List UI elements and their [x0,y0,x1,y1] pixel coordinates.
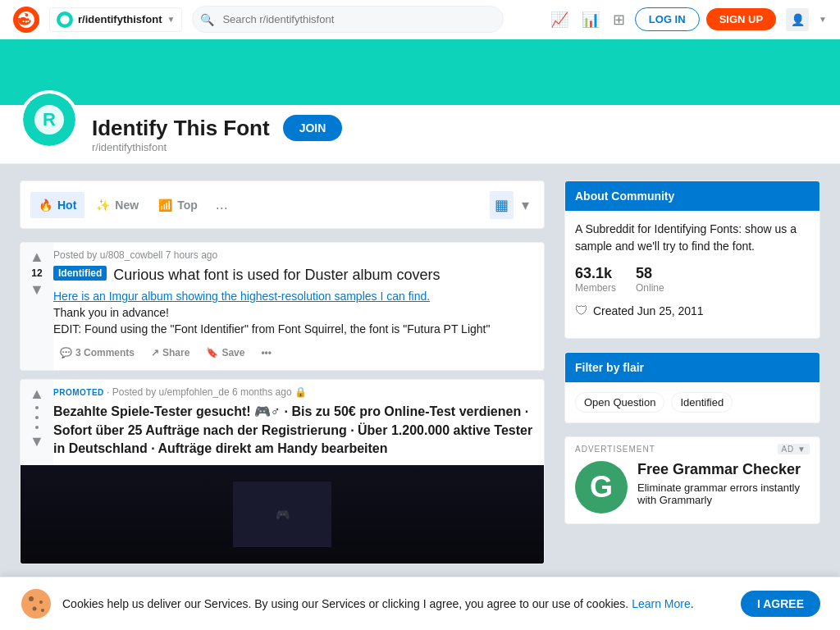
ad-logo: G [575,461,628,514]
sort-hot-button[interactable]: 🔥 Hot [30,192,84,218]
promoted-label: PROMOTED [53,388,104,397]
signup-button[interactable]: SIGN UP [706,8,776,30]
filter-flair-card: Filter by flair Open Question Identified [564,352,820,423]
ad-label: ADVERTISEMENT Ad ▼ [565,437,819,454]
cookie-icon [20,587,52,589]
promoted-meta: PROMOTED · Posted by u/empfohlen_de 6 mo… [53,386,537,398]
post-edit-text: EDIT: Found using the "Font Identifier" … [53,322,537,336]
created-date: 🛡 Created Jun 25, 2011 [575,304,810,318]
filter-flair-header: Filter by flair [565,353,819,382]
search-input[interactable] [192,6,504,33]
members-stat: 63.1k Members [575,265,616,294]
promoted-title: Bezahlte Spiele-Tester gesucht! 🎮♂ · Bis… [53,403,537,458]
ad-description: Eliminate grammar errors instantly with … [637,482,810,506]
post-title[interactable]: Curious what font is used for Duster alb… [113,266,440,285]
online-stat: 58 Online [636,265,664,294]
online-label: Online [636,282,664,294]
members-count: 63.1k [575,265,616,282]
subreddit-header: R Identify This Font JOIN r/identifythis… [0,105,840,164]
sparkle-icon: ✨ [96,199,110,212]
promo-upvote-button[interactable]: ▲ [30,386,44,401]
sort-top-button[interactable]: 📶 Top [150,192,206,218]
stats-icon[interactable]: 📊 [582,11,600,29]
subreddit-avatar: R [20,90,79,149]
save-button[interactable]: 🔖 Save [199,342,251,363]
comment-icon: 💬 [60,347,72,358]
post-body: Posted by u/808_cowbell 7 hours ago Iden… [53,243,544,370]
flair-identified[interactable]: Identified [671,392,733,413]
community-description: A Subreddit for Identifying Fonts: show … [575,221,810,255]
flair-open-question[interactable]: Open Question [575,392,664,413]
post-flair: Identified [53,266,107,281]
subreddit-banner [0,39,840,105]
members-label: Members [575,282,616,294]
post-body-text: Thank you in advance! [53,306,537,319]
community-stats: 63.1k Members 58 Online [575,265,810,294]
about-community-card: About Community A Subreddit for Identify… [564,180,820,339]
user-chevron-icon: ▼ [819,15,827,24]
ad-text: Free Grammar Checker Eliminate grammar e… [637,461,810,506]
svg-point-1 [60,15,69,24]
grid-icon[interactable]: ⊞ [613,11,625,29]
trending-icon[interactable]: 📈 [550,11,568,29]
user-menu[interactable]: 👤 [786,8,809,31]
lock-icon: 🔒 [294,386,307,398]
save-icon: 🔖 [206,347,218,358]
main-layout: 🔥 Hot ✨ New 📶 Top ... ▦ ▾ ▲ 12 ▼ [0,164,840,589]
card-view-button[interactable]: ▦ [490,191,514,219]
sort-new-button[interactable]: ✨ New [88,192,147,218]
promoted-image: 🎮 [21,465,544,564]
cookie-banner: Cookies help us deliver our Services. By… [0,577,840,589]
about-community-body: A Subreddit for Identifying Fonts: show … [565,211,819,338]
join-button[interactable]: JOIN [283,115,343,141]
svg-text:🎮: 🎮 [276,508,290,522]
ad-title: Free Grammar Checker [637,461,810,478]
subreddit-url: r/identifythisfont [92,141,342,153]
compact-view-button[interactable]: ▾ [517,191,534,219]
user-icon: 👤 [791,13,805,26]
login-button[interactable]: LOG IN [635,7,700,31]
search-icon: 🔍 [200,13,214,26]
feed: 🔥 Hot ✨ New 📶 Top ... ▦ ▾ ▲ 12 ▼ [20,180,545,573]
svg-text:R: R [43,109,56,130]
subreddit-icon [57,11,73,28]
vote-count: 12 [31,267,42,279]
post-actions: 💬 3 Comments ↗ Share 🔖 Save ••• [53,342,537,363]
ad-logo-letter: G [590,470,613,504]
subreddit-name: r/identifythisfont [78,13,162,25]
advertisement-card: ADVERTISEMENT Ad ▼ G Free Grammar Checke… [564,436,820,524]
upvote-button[interactable]: ▲ [30,249,44,264]
downvote-button[interactable]: ▼ [30,282,44,297]
promo-vote-column: ▲ ▼ [21,380,53,464]
reddit-logo[interactable] [13,7,39,33]
promo-downvote-button[interactable]: ▼ [30,434,44,449]
share-icon: ↗ [151,347,159,358]
top-nav: r/identifythisfont ▼ 🔍 📈 📊 ⊞ LOG IN SIGN… [0,0,840,39]
more-button[interactable]: ••• [254,342,278,363]
share-button[interactable]: ↗ Share [144,342,196,363]
calendar-icon: 🛡 [575,304,588,318]
comments-button[interactable]: 💬 3 Comments [53,342,141,363]
post-meta: Posted by u/808_cowbell 7 hours ago [53,249,537,261]
flair-tags: Open Question Identified [565,382,819,422]
graph-icon: 📶 [158,199,172,212]
fire-icon: 🔥 [39,199,52,212]
ad-body: G Free Grammar Checker Eliminate grammar… [565,454,819,523]
about-community-header: About Community [565,181,819,211]
post-title-row: Identified Curious what font is used for… [53,266,537,285]
vote-column: ▲ 12 ▼ [21,243,53,370]
nav-icons: 📈 📊 ⊞ [550,11,625,29]
post-card: ▲ 12 ▼ Posted by u/808_cowbell 7 hours a… [20,242,545,371]
search-bar: 🔍 [192,6,504,33]
sort-bar: 🔥 Hot ✨ New 📶 Top ... ▦ ▾ [20,180,545,229]
sort-more-button[interactable]: ... [209,189,235,220]
view-toggle: ▦ ▾ [490,191,534,219]
online-count: 58 [636,265,664,282]
sidebar: About Community A Subreddit for Identify… [564,180,820,573]
ad-badge[interactable]: Ad ▼ [778,444,810,454]
subreddit-title: Identify This Font [92,116,270,141]
subreddit-selector[interactable]: r/identifythisfont ▼ [49,7,182,32]
chevron-down-icon: ▼ [167,15,176,24]
post-link[interactable]: Here is an Imgur album showing the highe… [53,290,537,303]
promoted-post: ▲ ▼ PROMOTED · Posted by u/empfohlen_de … [20,379,545,564]
